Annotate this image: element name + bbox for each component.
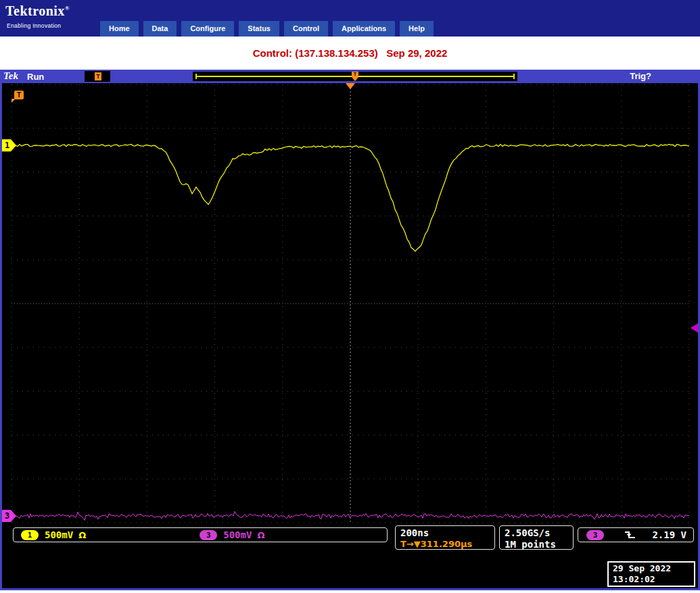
tek-screen-logo: Tek bbox=[3, 70, 18, 82]
horizontal-readout: 200ns T→▼311.290µs bbox=[395, 525, 495, 550]
trigger-status-label: Trig? bbox=[630, 71, 651, 81]
logo-text: Tektronix bbox=[5, 3, 65, 18]
record-length: 1M points bbox=[505, 539, 568, 550]
sample-rate: 2.50GS/s bbox=[505, 527, 568, 538]
main-nav: Home Data Configure Status Control Appli… bbox=[100, 21, 434, 37]
ch1-badge: 1 bbox=[21, 530, 39, 540]
ch1-scale: 500mV bbox=[45, 529, 73, 540]
falling-edge-icon bbox=[624, 530, 636, 540]
tektronix-logo: Tektronix® bbox=[5, 3, 70, 19]
record-trigger-marker: T bbox=[350, 72, 360, 81]
time-label: 13:02:02 bbox=[613, 574, 690, 585]
ch3-marker-label: 3 bbox=[5, 511, 9, 521]
nav-status[interactable]: Status bbox=[239, 21, 279, 37]
acquisition-status: Run bbox=[27, 72, 44, 82]
waveform-plot bbox=[2, 83, 698, 524]
horizontal-scale: 200ns bbox=[400, 527, 490, 538]
nav-configure[interactable]: Configure bbox=[181, 21, 234, 37]
acquisition-readout: 2.50GS/s 1M points bbox=[499, 525, 574, 550]
record-trigger-t-icon: T bbox=[352, 72, 358, 77]
header: Tektronix® Enabling Innovation Home Data… bbox=[0, 0, 700, 37]
ch3-scale: 500mV bbox=[223, 529, 252, 540]
ch3-badge: 3 bbox=[200, 530, 217, 540]
record-view-bar: T bbox=[193, 72, 517, 81]
nav-data[interactable]: Data bbox=[143, 21, 177, 37]
acquisition-indicator: T bbox=[85, 71, 110, 82]
scope-screen: T 1 3 1 500mV Ω 3 500mV Ω 200ns T→▼311.2… bbox=[2, 83, 698, 588]
scope-display: Tek Run T T Trig? T 1 3 bbox=[0, 70, 700, 590]
ch1-marker-label: 1 bbox=[5, 141, 9, 150]
nav-applications[interactable]: Applications bbox=[333, 21, 395, 37]
nav-help[interactable]: Help bbox=[400, 21, 434, 37]
trigger-source-badge: 3 bbox=[586, 530, 604, 540]
ch3-coupling: Ω bbox=[257, 530, 264, 540]
nav-home[interactable]: Home bbox=[100, 21, 139, 37]
trigger-level-value: 2.19 V bbox=[652, 529, 686, 540]
scope-status-bar: Tek Run T T Trig? bbox=[0, 70, 700, 83]
datetime-box: 29 Sep 2022 13:02:02 bbox=[607, 561, 695, 587]
control-status-text: Control: (137.138.134.253) Sep 29, 2022 bbox=[0, 37, 700, 70]
trigger-indicator-label: T bbox=[17, 91, 21, 99]
nav-control[interactable]: Control bbox=[284, 21, 328, 37]
trigger-level-arrow-icon bbox=[691, 323, 698, 333]
ch1-coupling: Ω bbox=[78, 530, 86, 540]
channel-scale-readout: 1 500mV Ω 3 500mV Ω bbox=[13, 527, 388, 542]
logo-tagline: Enabling Innovation bbox=[7, 22, 61, 29]
registered-mark-icon: ® bbox=[65, 5, 70, 11]
trigger-delay-readout: T→▼311.290µs bbox=[400, 539, 490, 549]
date-label: 29 Sep 2022 bbox=[613, 563, 690, 574]
trigger-indicator-flag: T bbox=[14, 91, 24, 99]
record-trigger-arrow-icon bbox=[352, 77, 358, 81]
tektronix-escope-page: Tektronix® Enabling Innovation Home Data… bbox=[0, 0, 700, 593]
trigger-readout: 3 2.19 V bbox=[578, 527, 694, 542]
trigger-state-icon: T bbox=[95, 72, 101, 80]
